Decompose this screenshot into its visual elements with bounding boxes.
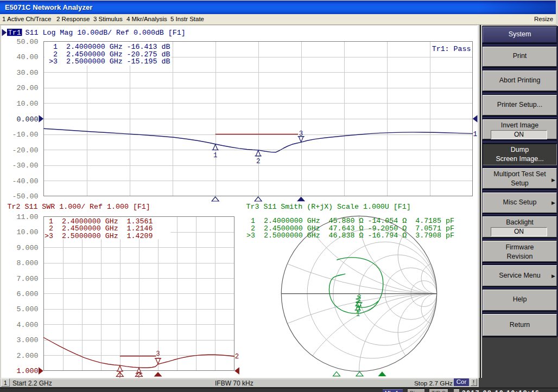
svg-text:2 2.4500000 GHz -20.275 dB: 2 2.4500000 GHz -20.275 dB: [45, 50, 170, 59]
svg-text:-40.00: -40.00: [12, 177, 39, 185]
svg-text:50.00: 50.00: [17, 38, 39, 46]
svg-text:-10.00: -10.00: [12, 131, 39, 139]
svg-text:>3 2.5000000 GHz -15.195 dB: >3 2.5000000 GHz -15.195 dB: [45, 57, 170, 66]
svg-text:-30.00: -30.00: [12, 162, 39, 170]
svg-text:1.000: 1.000: [17, 367, 39, 375]
svg-text:3: 3: [357, 294, 361, 301]
svg-text:2: 2: [235, 352, 239, 361]
svg-text:10.00: 10.00: [17, 100, 39, 108]
svg-text:6.000: 6.000: [17, 290, 39, 298]
svg-text:10.00: 10.00: [17, 228, 39, 236]
svg-text:Tr2 S11 SWR 1.000/ Ref 1.000 [: Tr2 S11 SWR 1.000/ Ref 1.000 [F1]: [8, 203, 150, 211]
svg-text:S11 Log Mag 10.00dB/ Ref 0.000: S11 Log Mag 10.00dB/ Ref 0.000dB [F1]: [26, 29, 186, 37]
svg-text:>3 2.5000000 GHz 46.838 Ω -1: >3 2.5000000 GHz 46.838 Ω -16.794 Ω 3.79…: [242, 232, 454, 240]
svg-text:2: 2: [256, 158, 261, 165]
svg-text:-20.00: -20.00: [12, 146, 39, 155]
svg-text:3: 3: [156, 350, 160, 358]
svg-text:30.00: 30.00: [17, 69, 39, 77]
svg-text:1: 1: [213, 152, 218, 159]
svg-text:20.00: 20.00: [17, 84, 39, 92]
svg-text:2 2.4500000 GHz 1.2146: 2 2.4500000 GHz 1.2146: [40, 224, 153, 233]
svg-text:40.00: 40.00: [17, 53, 39, 61]
svg-text:11.00: 11.00: [17, 213, 39, 221]
svg-text:Tr3 S11 Smith (R+jX) Scale 1.0: Tr3 S11 Smith (R+jX) Scale 1.000U [F1]: [246, 203, 411, 211]
svg-text:1: 1: [473, 130, 478, 138]
svg-text:9.000: 9.000: [17, 244, 39, 252]
svg-text:1 2.4000000 GHz -16.413 dB: 1 2.4000000 GHz -16.413 dB: [45, 43, 170, 51]
svg-text:-50.00: -50.00: [12, 192, 39, 201]
svg-text:2: 2: [356, 306, 360, 314]
svg-text:3.000: 3.000: [17, 336, 39, 344]
svg-text:8.000: 8.000: [17, 259, 39, 267]
svg-text:1 2.4000000 GHz 1.3561: 1 2.4000000 GHz 1.3561: [40, 217, 153, 226]
svg-text:3: 3: [299, 130, 303, 138]
svg-text:>3 2.5000000 GHz 1.4209: >3 2.5000000 GHz 1.4209: [40, 232, 153, 240]
svg-text:7.000: 7.000: [17, 275, 39, 283]
svg-text:Tr1: Tr1: [8, 29, 21, 37]
svg-text:0.000: 0.000: [17, 115, 39, 124]
svg-text:4.000: 4.000: [17, 321, 39, 329]
svg-text:Tr1: Pass: Tr1: Pass: [432, 45, 471, 53]
svg-text:2.000: 2.000: [17, 352, 39, 360]
svg-text:5.000: 5.000: [17, 305, 39, 313]
